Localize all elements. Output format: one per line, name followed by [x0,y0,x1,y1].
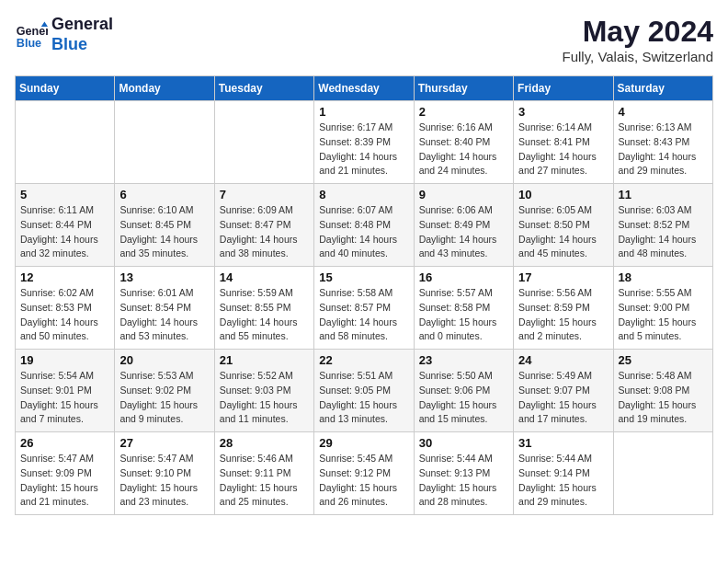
title-block: May 2024 Fully, Valais, Switzerland [562,15,713,64]
calendar-cell [613,432,712,515]
day-info: Sunrise: 5:53 AMSunset: 9:02 PMDaylight:… [119,369,209,427]
calendar-cell: 25Sunrise: 5:48 AMSunset: 9:08 PMDayligh… [613,350,712,432]
calendar-week-row: 1Sunrise: 6:17 AMSunset: 8:39 PMDaylight… [16,101,713,184]
calendar-week-row: 19Sunrise: 5:54 AMSunset: 9:01 PMDayligh… [16,350,713,432]
day-info: Sunrise: 6:10 AMSunset: 8:45 PMDaylight:… [119,203,209,261]
day-number: 18 [619,270,708,284]
calendar-cell: 24Sunrise: 5:49 AMSunset: 9:07 PMDayligh… [514,350,613,432]
calendar-cell: 16Sunrise: 5:57 AMSunset: 8:58 PMDayligh… [414,267,513,350]
day-number: 11 [619,188,708,201]
weekday-header: Saturday [613,76,712,101]
logo-line1: General [51,15,113,35]
day-number: 9 [419,188,508,201]
weekday-header: Sunday [16,76,115,101]
day-number: 12 [20,270,109,284]
day-info: Sunrise: 5:49 AMSunset: 9:07 PMDaylight:… [518,369,608,427]
day-number: 14 [220,270,309,284]
day-info: Sunrise: 5:47 AMSunset: 9:09 PMDaylight:… [20,452,109,510]
day-info: Sunrise: 6:09 AMSunset: 8:47 PMDaylight:… [220,203,309,261]
calendar-header-row: SundayMondayTuesdayWednesdayThursdayFrid… [16,76,713,101]
day-info: Sunrise: 5:59 AMSunset: 8:55 PMDaylight:… [220,286,309,344]
day-info: Sunrise: 6:07 AMSunset: 8:48 PMDaylight:… [319,203,408,261]
day-number: 20 [119,353,209,367]
day-info: Sunrise: 5:54 AMSunset: 9:01 PMDaylight:… [20,369,109,427]
day-info: Sunrise: 6:16 AMSunset: 8:40 PMDaylight:… [419,121,508,178]
calendar-cell: 26Sunrise: 5:47 AMSunset: 9:09 PMDayligh… [16,432,115,515]
day-info: Sunrise: 5:56 AMSunset: 8:59 PMDaylight:… [518,286,608,344]
day-info: Sunrise: 5:44 AMSunset: 9:13 PMDaylight:… [419,452,508,510]
day-info: Sunrise: 6:03 AMSunset: 8:52 PMDaylight:… [619,203,708,261]
day-number: 29 [319,436,408,450]
weekday-header: Wednesday [314,76,414,101]
day-number: 30 [419,436,508,450]
calendar-cell: 12Sunrise: 6:02 AMSunset: 8:53 PMDayligh… [16,267,115,350]
day-info: Sunrise: 5:44 AMSunset: 9:14 PMDaylight:… [518,452,608,510]
calendar-cell [16,101,115,184]
calendar-cell: 28Sunrise: 5:46 AMSunset: 9:11 PMDayligh… [214,432,313,515]
day-info: Sunrise: 6:05 AMSunset: 8:50 PMDaylight:… [518,203,608,261]
day-number: 23 [419,353,508,367]
day-info: Sunrise: 5:47 AMSunset: 9:10 PMDaylight:… [119,452,209,510]
calendar-cell: 18Sunrise: 5:55 AMSunset: 9:00 PMDayligh… [613,267,712,350]
day-number: 28 [220,436,309,450]
calendar-week-row: 12Sunrise: 6:02 AMSunset: 8:53 PMDayligh… [16,267,713,350]
calendar-cell: 22Sunrise: 5:51 AMSunset: 9:05 PMDayligh… [314,350,414,432]
day-number: 16 [419,270,508,284]
calendar-cell [115,101,214,184]
calendar-cell: 1Sunrise: 6:17 AMSunset: 8:39 PMDaylight… [314,101,414,184]
page-header: General Blue General Blue May 2024 Fully… [15,15,713,64]
weekday-header: Thursday [414,76,513,101]
day-number: 15 [319,270,408,284]
calendar-cell: 8Sunrise: 6:07 AMSunset: 8:48 PMDaylight… [314,184,414,267]
calendar-cell: 13Sunrise: 6:01 AMSunset: 8:54 PMDayligh… [115,267,214,350]
calendar-cell: 9Sunrise: 6:06 AMSunset: 8:49 PMDaylight… [414,184,513,267]
calendar-cell: 17Sunrise: 5:56 AMSunset: 8:59 PMDayligh… [514,267,613,350]
day-number: 13 [119,270,209,284]
day-number: 19 [20,353,109,367]
day-number: 4 [619,105,708,119]
calendar-cell: 7Sunrise: 6:09 AMSunset: 8:47 PMDaylight… [214,184,313,267]
logo: General Blue General Blue [15,15,113,54]
day-number: 31 [518,436,608,450]
calendar-cell: 19Sunrise: 5:54 AMSunset: 9:01 PMDayligh… [16,350,115,432]
day-info: Sunrise: 6:13 AMSunset: 8:43 PMDaylight:… [619,121,708,178]
day-number: 7 [220,188,309,201]
day-info: Sunrise: 5:48 AMSunset: 9:08 PMDaylight:… [619,369,708,427]
calendar-cell: 31Sunrise: 5:44 AMSunset: 9:14 PMDayligh… [514,432,613,515]
logo-line2: Blue [51,35,113,55]
day-info: Sunrise: 6:01 AMSunset: 8:54 PMDaylight:… [119,286,209,344]
day-number: 27 [119,436,209,450]
day-info: Sunrise: 5:51 AMSunset: 9:05 PMDaylight:… [319,369,408,427]
day-info: Sunrise: 5:52 AMSunset: 9:03 PMDaylight:… [220,369,309,427]
day-number: 21 [220,353,309,367]
day-number: 22 [319,353,408,367]
day-info: Sunrise: 5:50 AMSunset: 9:06 PMDaylight:… [419,369,508,427]
calendar-cell: 11Sunrise: 6:03 AMSunset: 8:52 PMDayligh… [613,184,712,267]
day-number: 1 [319,105,408,119]
day-number: 5 [20,188,109,201]
day-number: 6 [119,188,209,201]
day-info: Sunrise: 6:17 AMSunset: 8:39 PMDaylight:… [319,121,408,178]
calendar-cell [214,101,313,184]
location: Fully, Valais, Switzerland [562,49,713,64]
calendar-cell: 15Sunrise: 5:58 AMSunset: 8:57 PMDayligh… [314,267,414,350]
day-info: Sunrise: 5:57 AMSunset: 8:58 PMDaylight:… [419,286,508,344]
day-number: 26 [20,436,109,450]
weekday-header: Friday [514,76,613,101]
day-number: 10 [518,188,608,201]
calendar-cell: 4Sunrise: 6:13 AMSunset: 8:43 PMDaylight… [613,101,712,184]
calendar-cell: 6Sunrise: 6:10 AMSunset: 8:45 PMDaylight… [115,184,214,267]
calendar-cell: 3Sunrise: 6:14 AMSunset: 8:41 PMDaylight… [514,101,613,184]
day-number: 25 [619,353,708,367]
calendar-cell: 2Sunrise: 6:16 AMSunset: 8:40 PMDaylight… [414,101,513,184]
calendar-cell: 10Sunrise: 6:05 AMSunset: 8:50 PMDayligh… [514,184,613,267]
calendar-cell: 27Sunrise: 5:47 AMSunset: 9:10 PMDayligh… [115,432,214,515]
day-number: 8 [319,188,408,201]
weekday-header: Tuesday [214,76,313,101]
calendar-cell: 29Sunrise: 5:45 AMSunset: 9:12 PMDayligh… [314,432,414,515]
calendar-cell: 14Sunrise: 5:59 AMSunset: 8:55 PMDayligh… [214,267,313,350]
logo-icon: General Blue [15,18,48,52]
day-info: Sunrise: 5:55 AMSunset: 9:00 PMDaylight:… [619,286,708,344]
calendar: SundayMondayTuesdayWednesdayThursdayFrid… [15,75,713,515]
day-info: Sunrise: 5:45 AMSunset: 9:12 PMDaylight:… [319,452,408,510]
